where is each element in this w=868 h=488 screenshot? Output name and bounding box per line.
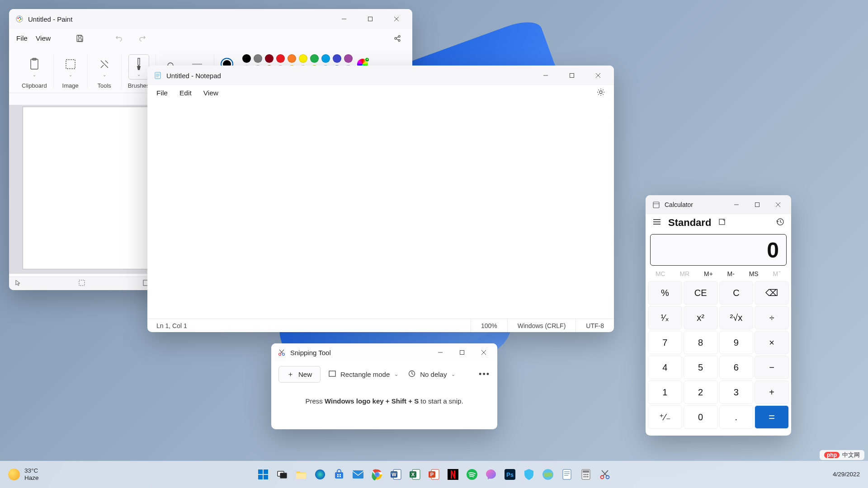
snip-maximize-button[interactable]: [451, 343, 473, 361]
paint-color-swatch[interactable]: [321, 54, 330, 63]
paint-color-swatch[interactable]: [276, 54, 285, 63]
paint-canvas[interactable]: [23, 107, 154, 269]
snip-delay-dropdown[interactable]: No delay ⌄: [406, 367, 457, 381]
calc-ms[interactable]: MS: [749, 270, 759, 277]
calc-key-6[interactable]: 6: [719, 356, 754, 379]
taskbar-store[interactable]: [331, 467, 347, 482]
taskbar-excel[interactable]: X: [407, 467, 423, 482]
taskbar-photoshop[interactable]: Ps: [502, 467, 518, 482]
taskbar-snipping-pinned[interactable]: [597, 467, 613, 482]
notepad-menu-edit[interactable]: Edit: [179, 89, 192, 97]
paint-undo-button[interactable]: [111, 31, 127, 46]
snip-more-button[interactable]: •••: [479, 370, 490, 379]
calc-history-button[interactable]: [776, 218, 784, 228]
snip-titlebar[interactable]: Snipping Tool: [271, 343, 497, 361]
notepad-text-area[interactable]: [147, 109, 614, 319]
calc-key-decimal[interactable]: .: [719, 405, 754, 429]
calc-key-2[interactable]: 2: [684, 380, 718, 404]
calc-key-multiply[interactable]: ×: [755, 331, 789, 354]
taskbar-mail[interactable]: [350, 467, 366, 482]
notepad-settings-button[interactable]: [597, 88, 605, 98]
calc-key-subtract[interactable]: −: [755, 356, 789, 379]
paint-color-swatch[interactable]: [288, 54, 296, 63]
calc-mc[interactable]: MC: [656, 270, 665, 277]
paint-color-swatch[interactable]: [299, 54, 307, 63]
paint-menu-file[interactable]: File: [16, 34, 28, 42]
taskbar-word[interactable]: W: [388, 467, 404, 482]
paint-close-button[interactable]: [383, 9, 410, 29]
paint-clipboard-paste[interactable]: ⌄: [24, 54, 45, 80]
calc-key-8[interactable]: 8: [684, 331, 718, 354]
paint-color-swatch[interactable]: [344, 54, 353, 63]
calc-key-5[interactable]: 5: [684, 356, 718, 379]
taskbar-maps[interactable]: [540, 467, 556, 482]
notepad-menu-view[interactable]: View: [203, 89, 218, 97]
paint-share-button[interactable]: [390, 31, 405, 46]
calc-key-inverse[interactable]: ¹⁄ₓ: [648, 306, 682, 329]
taskbar-powerpoint[interactable]: P: [426, 467, 442, 482]
notepad-close-button[interactable]: [585, 66, 611, 85]
paint-maximize-button[interactable]: [357, 9, 383, 29]
calc-key-9[interactable]: 9: [719, 331, 754, 354]
calc-key-ce[interactable]: CE: [684, 281, 718, 305]
taskbar-system-tray[interactable]: 4/29/2022: [833, 471, 868, 478]
snip-close-button[interactable]: [473, 343, 495, 361]
taskbar-explorer[interactable]: [293, 467, 309, 482]
paint-minimize-button[interactable]: [331, 9, 357, 29]
calc-key-square[interactable]: x²: [684, 306, 718, 329]
calc-key-1[interactable]: 1: [648, 380, 682, 404]
calc-key-sqrt[interactable]: ²√x: [719, 306, 754, 329]
notepad-menu-file[interactable]: File: [156, 89, 168, 97]
taskbar-security[interactable]: [521, 467, 537, 482]
taskbar-notepad-pinned[interactable]: [559, 467, 575, 482]
paint-color-swatch[interactable]: [265, 54, 274, 63]
calc-key-0[interactable]: 0: [684, 405, 718, 429]
snip-new-button[interactable]: ＋ New: [278, 366, 321, 383]
calc-key-3[interactable]: 3: [719, 380, 754, 404]
calc-key-7[interactable]: 7: [648, 331, 682, 354]
paint-menu-view[interactable]: View: [36, 34, 51, 42]
notepad-maximize-button[interactable]: [559, 66, 585, 85]
calc-key-percent[interactable]: %: [648, 281, 682, 305]
calc-key-equals[interactable]: =: [755, 405, 789, 429]
paint-color-swatch[interactable]: [333, 54, 341, 63]
calc-mr[interactable]: MR: [679, 270, 689, 277]
calc-mv[interactable]: M˅: [773, 270, 781, 277]
paint-color-swatch[interactable]: [310, 54, 319, 63]
notepad-titlebar[interactable]: Untitled - Notepad: [147, 66, 614, 85]
notepad-minimize-button[interactable]: [533, 66, 559, 85]
snip-mode-dropdown[interactable]: Rectangle mode ⌄: [327, 368, 400, 381]
taskbar-calculator-pinned[interactable]: [578, 467, 594, 482]
calc-key-backspace[interactable]: ⌫: [755, 281, 789, 305]
calc-key-4[interactable]: 4: [648, 356, 682, 379]
calc-close-button[interactable]: [768, 195, 788, 214]
paint-titlebar[interactable]: Untitled - Paint: [9, 9, 412, 29]
taskbar-edge[interactable]: [312, 467, 328, 482]
calc-mplus[interactable]: M+: [704, 270, 713, 277]
paint-color-swatch[interactable]: [242, 54, 251, 63]
calc-key-add[interactable]: +: [755, 380, 789, 404]
calc-menu-button[interactable]: [653, 219, 661, 227]
taskbar-start-button[interactable]: [255, 467, 271, 482]
paint-image-select[interactable]: ⌄: [60, 54, 81, 80]
snip-minimize-button[interactable]: [429, 343, 451, 361]
taskbar-netflix[interactable]: [445, 467, 461, 482]
taskbar-messenger[interactable]: [483, 467, 499, 482]
paint-color-swatch[interactable]: [254, 54, 262, 63]
calc-minimize-button[interactable]: [726, 195, 747, 214]
paint-tools-button[interactable]: ⌄: [94, 54, 115, 80]
calc-keep-on-top-button[interactable]: [718, 218, 726, 227]
taskbar-weather-widget[interactable]: 33°C Haze: [0, 467, 39, 481]
paint-brushes-button[interactable]: ⌄: [128, 54, 149, 80]
calc-maximize-button[interactable]: [747, 195, 768, 214]
calc-key-divide[interactable]: ÷: [755, 306, 789, 329]
calc-mminus[interactable]: M-: [727, 270, 735, 277]
calc-key-negate[interactable]: ⁺⁄₋: [648, 405, 682, 429]
taskbar-chrome[interactable]: [369, 467, 385, 482]
paint-save-button[interactable]: [72, 31, 88, 46]
taskbar-task-view[interactable]: [274, 467, 290, 482]
calc-key-c[interactable]: C: [719, 281, 754, 305]
paint-redo-button[interactable]: [135, 31, 150, 46]
taskbar-spotify[interactable]: [464, 467, 480, 482]
calc-titlebar[interactable]: Calculator: [646, 195, 791, 214]
